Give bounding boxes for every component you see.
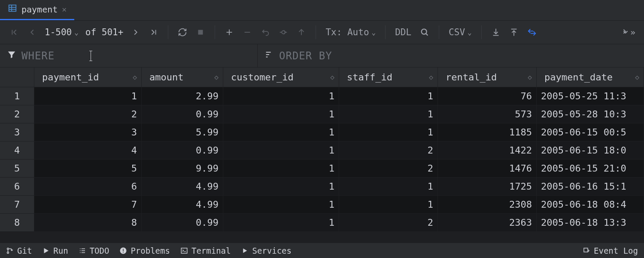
- stop-button[interactable]: [192, 24, 209, 40]
- last-page-button[interactable]: [146, 24, 162, 40]
- cell-staff_id[interactable]: 1: [339, 196, 438, 214]
- cell-payment_date[interactable]: 2005-06-18 08:4: [537, 196, 644, 214]
- cell-amount[interactable]: 4.99: [142, 178, 223, 196]
- column-header-rental_id[interactable]: rental_id◇: [438, 68, 537, 87]
- close-icon[interactable]: ✕: [62, 5, 67, 14]
- cell-payment_id[interactable]: 8: [34, 214, 142, 232]
- cell-amount[interactable]: 0.99: [142, 141, 223, 160]
- cell-rental_id[interactable]: 2363: [438, 214, 537, 232]
- cell-staff_id[interactable]: 2: [339, 160, 438, 178]
- cell-staff_id[interactable]: 1: [339, 87, 438, 105]
- status-terminal[interactable]: Terminal: [180, 246, 231, 255]
- ddl-button[interactable]: DDL: [392, 24, 415, 40]
- row-number[interactable]: 6: [0, 178, 34, 196]
- cell-payment_date[interactable]: 2005-05-28 10:3: [537, 105, 644, 123]
- cell-payment_date[interactable]: 2005-06-15 00:5: [537, 123, 644, 141]
- cell-rental_id[interactable]: 1476: [438, 160, 537, 178]
- row-gutter-header[interactable]: [0, 68, 34, 87]
- tx-mode-dropdown[interactable]: Tx: Auto ⌄: [322, 24, 379, 40]
- submit-button[interactable]: [293, 24, 310, 40]
- table-row[interactable]: 559.991214762005-06-15 21:0: [0, 160, 644, 178]
- row-number[interactable]: 3: [0, 123, 34, 141]
- cell-customer_id[interactable]: 1: [223, 196, 339, 214]
- status-services[interactable]: Services: [241, 246, 292, 255]
- add-row-button[interactable]: [221, 24, 237, 40]
- commit-button[interactable]: [275, 24, 292, 40]
- status-todo[interactable]: TODO: [79, 246, 109, 255]
- cell-staff_id[interactable]: 2: [339, 214, 438, 232]
- cell-rental_id[interactable]: 2308: [438, 196, 537, 214]
- cell-staff_id[interactable]: 1: [339, 178, 438, 196]
- row-number[interactable]: 5: [0, 160, 34, 178]
- revert-button[interactable]: [257, 24, 273, 40]
- cell-payment_id[interactable]: 7: [34, 196, 142, 214]
- cell-customer_id[interactable]: 1: [223, 123, 339, 141]
- status-problems[interactable]: Problems: [119, 246, 170, 255]
- page-range-dropdown[interactable]: 1-500 ⌄: [42, 27, 81, 37]
- cell-rental_id[interactable]: 1725: [438, 178, 537, 196]
- cell-customer_id[interactable]: 1: [223, 178, 339, 196]
- orderby-filter-input[interactable]: ORDER BY: [258, 44, 644, 67]
- cell-rental_id[interactable]: 1422: [438, 141, 537, 160]
- column-header-payment_id[interactable]: payment_id◇: [34, 68, 142, 87]
- cell-customer_id[interactable]: 1: [223, 87, 339, 105]
- row-number[interactable]: 2: [0, 105, 34, 123]
- cell-rental_id[interactable]: 1185: [438, 123, 537, 141]
- table-row[interactable]: 335.991111852005-06-15 00:5: [0, 123, 644, 141]
- status-run[interactable]: Run: [42, 246, 68, 255]
- cell-payment_id[interactable]: 2: [34, 105, 142, 123]
- next-page-button[interactable]: [128, 24, 144, 40]
- delete-row-button[interactable]: [239, 24, 255, 40]
- cell-amount[interactable]: 4.99: [142, 196, 223, 214]
- tab-payment[interactable]: payment ✕: [0, 0, 74, 20]
- cell-rental_id[interactable]: 573: [438, 105, 537, 123]
- column-header-customer_id[interactable]: customer_id◇: [223, 68, 339, 87]
- cell-customer_id[interactable]: 1: [223, 105, 339, 123]
- export-format-dropdown[interactable]: CSV ⌄: [445, 24, 475, 40]
- row-number[interactable]: 7: [0, 196, 34, 214]
- cell-amount[interactable]: 0.99: [142, 105, 223, 123]
- cell-amount[interactable]: 5.99: [142, 123, 223, 141]
- column-header-amount[interactable]: amount◇: [142, 68, 223, 87]
- status-event-log[interactable]: Event Log: [583, 246, 638, 255]
- cell-amount[interactable]: 0.99: [142, 214, 223, 232]
- export-upload-button[interactable]: [506, 24, 522, 40]
- more-actions-button[interactable]: »: [618, 24, 638, 40]
- table-row[interactable]: 112.9911762005-05-25 11:3: [0, 87, 644, 105]
- cell-staff_id[interactable]: 1: [339, 105, 438, 123]
- cell-staff_id[interactable]: 2: [339, 141, 438, 160]
- status-git[interactable]: Git: [6, 246, 32, 255]
- row-number[interactable]: 8: [0, 214, 34, 232]
- cell-payment_date[interactable]: 2005-06-18 13:3: [537, 214, 644, 232]
- table-row[interactable]: 220.99115732005-05-28 10:3: [0, 105, 644, 123]
- cell-payment_date[interactable]: 2005-06-15 21:0: [537, 160, 644, 178]
- export-download-button[interactable]: [488, 24, 504, 40]
- reload-button[interactable]: [174, 24, 191, 40]
- cell-payment_id[interactable]: 4: [34, 141, 142, 160]
- cell-payment_date[interactable]: 2005-05-25 11:3: [537, 87, 644, 105]
- column-header-staff_id[interactable]: staff_id◇: [339, 68, 438, 87]
- cell-staff_id[interactable]: 1: [339, 123, 438, 141]
- cell-amount[interactable]: 9.99: [142, 160, 223, 178]
- cell-payment_id[interactable]: 5: [34, 160, 142, 178]
- cell-rental_id[interactable]: 76: [438, 87, 537, 105]
- search-button[interactable]: [416, 24, 433, 40]
- cell-customer_id[interactable]: 1: [223, 141, 339, 160]
- table-row[interactable]: 880.991223632005-06-18 13:3: [0, 214, 644, 232]
- row-number[interactable]: 1: [0, 87, 34, 105]
- table-row[interactable]: 664.991117252005-06-16 15:1: [0, 178, 644, 196]
- compare-button[interactable]: [524, 24, 540, 40]
- prev-page-button[interactable]: [24, 24, 40, 40]
- cell-amount[interactable]: 2.99: [142, 87, 223, 105]
- cell-payment_id[interactable]: 1: [34, 87, 142, 105]
- cell-payment_id[interactable]: 6: [34, 178, 142, 196]
- cell-customer_id[interactable]: 1: [223, 214, 339, 232]
- cell-payment_date[interactable]: 2005-06-16 15:1: [537, 178, 644, 196]
- cell-payment_id[interactable]: 3: [34, 123, 142, 141]
- table-row[interactable]: 440.991214222005-06-15 18:0: [0, 141, 644, 160]
- cell-customer_id[interactable]: 1: [223, 160, 339, 178]
- cell-payment_date[interactable]: 2005-06-15 18:0: [537, 141, 644, 160]
- where-filter-input[interactable]: WHERE: [0, 44, 258, 67]
- row-number[interactable]: 4: [0, 141, 34, 160]
- column-header-payment_date[interactable]: payment_date◇: [537, 68, 644, 87]
